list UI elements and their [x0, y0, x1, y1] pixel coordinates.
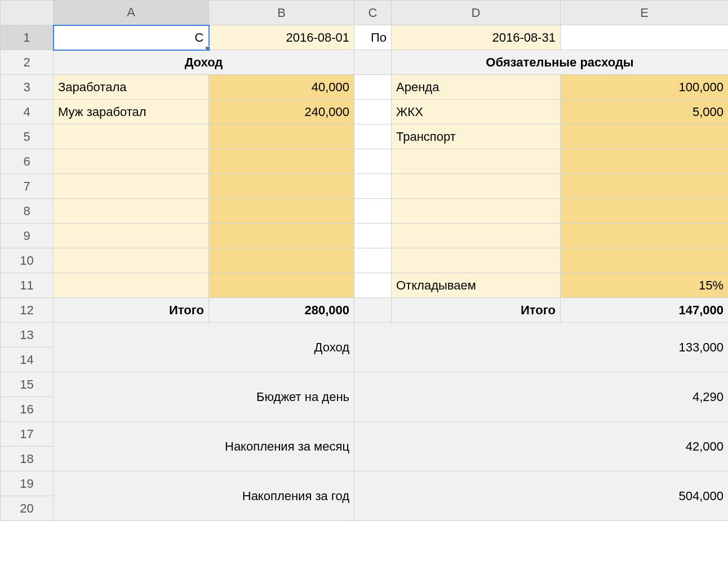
cell-E7[interactable] — [561, 174, 729, 199]
col-header-E[interactable]: E — [561, 1, 729, 25]
cell-A12[interactable]: Итого — [54, 298, 209, 323]
cell-C1[interactable]: По — [354, 25, 392, 50]
cell-D6[interactable] — [392, 149, 561, 174]
cell-B12[interactable]: 280,000 — [209, 298, 354, 323]
summary-label-1[interactable]: Доход — [54, 323, 354, 372]
cell-C11[interactable] — [354, 273, 392, 298]
cell-A11[interactable] — [54, 273, 209, 298]
cell-E12[interactable]: 147,000 — [561, 298, 729, 323]
cell-B1[interactable]: 2016-08-01 — [209, 25, 354, 50]
cell-C3[interactable] — [354, 75, 392, 100]
row-header-7[interactable]: 7 — [1, 174, 54, 199]
cell-E1[interactable] — [561, 25, 729, 50]
cell-D7[interactable] — [392, 174, 561, 199]
cell-A4[interactable]: Муж заработал — [54, 100, 209, 124]
row-header-19[interactable]: 19 — [1, 471, 54, 496]
row-header-8[interactable]: 8 — [1, 199, 54, 224]
cell-D8[interactable] — [392, 199, 561, 224]
cell-C2[interactable] — [354, 50, 392, 75]
cell-E3[interactable]: 100,000 — [561, 75, 729, 100]
row-header-20[interactable]: 20 — [1, 496, 54, 521]
cell-A6[interactable] — [54, 149, 209, 174]
cell-E9[interactable] — [561, 224, 729, 248]
row-header-1[interactable]: 1 — [1, 25, 54, 50]
row-header-3[interactable]: 3 — [1, 75, 54, 100]
cell-B5[interactable] — [209, 124, 354, 149]
summary-label-4[interactable]: Накопления за год — [54, 471, 354, 521]
summary-label-3[interactable]: Накопления за месяц — [54, 422, 354, 471]
cell-D12[interactable]: Итого — [392, 298, 561, 323]
row-header-11[interactable]: 11 — [1, 273, 54, 298]
cell-A9[interactable] — [54, 224, 209, 248]
cell-E8[interactable] — [561, 199, 729, 224]
summary-label-2[interactable]: Бюджет на день — [54, 372, 354, 422]
cell-D5[interactable]: Транспорт — [392, 124, 561, 149]
cell-D9[interactable] — [392, 224, 561, 248]
cell-D10[interactable] — [392, 248, 561, 273]
col-header-A[interactable]: A — [54, 1, 209, 25]
col-header-C[interactable]: C — [354, 1, 392, 25]
cell-A1[interactable]: С — [54, 25, 209, 50]
row-header-16[interactable]: 16 — [1, 397, 54, 422]
column-header-row: A B C D E — [1, 1, 729, 25]
row-header-15[interactable]: 15 — [1, 372, 54, 397]
cell-E6[interactable] — [561, 149, 729, 174]
cell-C12[interactable] — [354, 298, 392, 323]
row-header-5[interactable]: 5 — [1, 124, 54, 149]
cell-C6[interactable] — [354, 149, 392, 174]
row-header-10[interactable]: 10 — [1, 248, 54, 273]
summary-value-1[interactable]: 133,000 — [354, 323, 729, 372]
cell-E4[interactable]: 5,000 — [561, 100, 729, 124]
cell-E5[interactable] — [561, 124, 729, 149]
cell-B9[interactable] — [209, 224, 354, 248]
cell-D1[interactable]: 2016-08-31 — [392, 25, 561, 50]
income-header[interactable]: Доход — [54, 50, 354, 75]
row-header-4[interactable]: 4 — [1, 100, 54, 124]
row-header-6[interactable]: 6 — [1, 149, 54, 174]
spreadsheet[interactable]: A B C D E 1 С 2016-08-01 По 2016-08-31 2… — [0, 0, 728, 521]
cell-A8[interactable] — [54, 199, 209, 224]
row-header-9[interactable]: 9 — [1, 224, 54, 248]
row-header-18[interactable]: 18 — [1, 447, 54, 471]
col-header-B[interactable]: B — [209, 1, 354, 25]
summary-value-4[interactable]: 504,000 — [354, 471, 729, 521]
row-header-17[interactable]: 17 — [1, 422, 54, 447]
cell-E11[interactable]: 15% — [561, 273, 729, 298]
cell-B7[interactable] — [209, 174, 354, 199]
select-all-corner[interactable] — [1, 1, 54, 25]
cell-C7[interactable] — [354, 174, 392, 199]
cell-C8[interactable] — [354, 199, 392, 224]
col-header-D[interactable]: D — [392, 1, 561, 25]
row-header-14[interactable]: 14 — [1, 348, 54, 372]
cell-C5[interactable] — [354, 124, 392, 149]
cell-A3[interactable]: Заработала — [54, 75, 209, 100]
cell-B10[interactable] — [209, 248, 354, 273]
cell-B6[interactable] — [209, 149, 354, 174]
cell-D4[interactable]: ЖКХ — [392, 100, 561, 124]
cell-A7[interactable] — [54, 174, 209, 199]
row-header-13[interactable]: 13 — [1, 323, 54, 348]
cell-D11[interactable]: Откладываем — [392, 273, 561, 298]
summary-value-2[interactable]: 4,290 — [354, 372, 729, 422]
row-header-12[interactable]: 12 — [1, 298, 54, 323]
cell-B8[interactable] — [209, 199, 354, 224]
cell-B11[interactable] — [209, 273, 354, 298]
cell-C9[interactable] — [354, 224, 392, 248]
cell-B3[interactable]: 40,000 — [209, 75, 354, 100]
expenses-header[interactable]: Обязательные расходы — [392, 50, 729, 75]
cell-E10[interactable] — [561, 248, 729, 273]
cell-C10[interactable] — [354, 248, 392, 273]
row-header-2[interactable]: 2 — [1, 50, 54, 75]
cell-D3[interactable]: Аренда — [392, 75, 561, 100]
summary-value-3[interactable]: 42,000 — [354, 422, 729, 471]
cell-A5[interactable] — [54, 124, 209, 149]
cell-C4[interactable] — [354, 100, 392, 124]
cell-A10[interactable] — [54, 248, 209, 273]
cell-B4[interactable]: 240,000 — [209, 100, 354, 124]
